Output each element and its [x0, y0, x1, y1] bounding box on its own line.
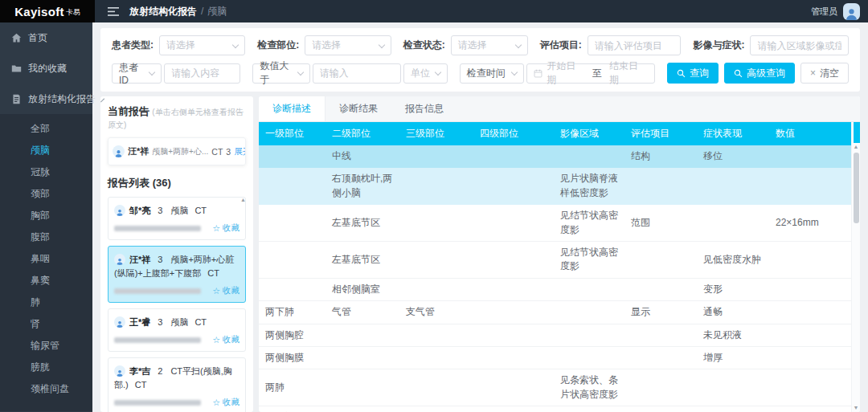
table-cell[interactable] [624, 241, 697, 278]
table-cell[interactable]: 增厚 [697, 346, 769, 369]
patient-id-select[interactable]: 患者ID [112, 63, 162, 84]
table-cell[interactable] [554, 346, 624, 369]
table-cell[interactable] [769, 324, 851, 346]
table-cell[interactable] [769, 241, 851, 278]
search-button[interactable]: 查询 [667, 63, 719, 84]
sidebar-subitem[interactable]: 腹部 [0, 226, 92, 248]
table-cell[interactable] [473, 241, 554, 278]
favorite-button[interactable]: ☆ 收藏 [212, 222, 240, 234]
sidebar-subitem[interactable]: 鼻窦 [0, 270, 92, 292]
table-cell[interactable]: 未见积液 [697, 324, 769, 346]
expand-link[interactable]: 展开 [234, 146, 246, 157]
table-cell[interactable] [697, 168, 769, 205]
table-cell[interactable] [399, 145, 473, 168]
table-cell[interactable] [326, 369, 399, 406]
sidebar-subitem[interactable]: 全部 [0, 118, 92, 140]
table-cell[interactable]: 两侧胸腔 [259, 324, 326, 346]
table-cell[interactable] [624, 369, 697, 406]
sidebar-subitem[interactable]: 颈部 [0, 183, 92, 205]
table-cell[interactable] [769, 278, 851, 300]
table-cell[interactable] [259, 145, 326, 168]
table-cell[interactable] [554, 145, 624, 168]
date-range-picker[interactable]: 开始日期 至 结束日期 [526, 63, 655, 84]
table-cell[interactable]: 中线 [326, 145, 399, 168]
table-cell[interactable]: 通畅 [697, 301, 769, 324]
table-cell[interactable] [399, 278, 473, 300]
table-cell[interactable]: 结构 [624, 145, 697, 168]
report-list-item[interactable]: 汪*祥3颅脑+两肺+心脏(纵隔)+上腹部+下腹部CT ☆ 收藏 [108, 246, 246, 303]
table-cell[interactable] [259, 278, 326, 300]
table-cell[interactable] [554, 301, 624, 324]
sidebar-subitem[interactable]: 冠脉 [0, 161, 92, 183]
eval-item-input[interactable] [595, 40, 674, 51]
table-cell[interactable]: 左基底节区 [326, 205, 399, 242]
table-cell[interactable] [399, 369, 473, 406]
report-list-item[interactable]: 王*睿3颅脑CT ☆ 收藏 [108, 308, 246, 352]
table-cell[interactable] [473, 369, 554, 406]
tab[interactable]: 诊断结果 [326, 96, 391, 121]
table-cell[interactable] [399, 241, 473, 278]
report-list-item[interactable]: 李*吉2CT平扫(颅脑,胸部.)CT ☆ 收藏 [108, 357, 246, 412]
scroll-up-icon[interactable]: ▲ [240, 197, 246, 202]
table-cell[interactable] [473, 205, 554, 242]
advanced-search-button[interactable]: 高级查询 [724, 63, 795, 84]
table-cell[interactable] [769, 369, 851, 406]
table-cell[interactable] [326, 324, 399, 346]
table-cell[interactable] [769, 168, 851, 205]
table-cell[interactable] [769, 346, 851, 369]
table-cell[interactable] [769, 406, 851, 412]
value-input[interactable] [320, 67, 394, 79]
table-cell[interactable]: 气管 [326, 301, 399, 324]
table-cell[interactable] [473, 301, 554, 324]
table-cell[interactable]: 见结节状高密度影 [554, 241, 624, 278]
table-cell[interactable] [624, 278, 697, 300]
table-cell[interactable] [473, 168, 554, 205]
table-cell[interactable] [399, 205, 473, 242]
table-cell[interactable]: 见片状脑脊液样低密度影 [554, 168, 624, 205]
unit-select[interactable]: 单位 [403, 63, 448, 84]
image-symptom-input[interactable] [757, 40, 841, 51]
menu-toggle-icon[interactable] [108, 7, 119, 16]
table-cell[interactable]: 相邻侧脑室 [326, 278, 399, 300]
table-cell[interactable] [259, 205, 326, 242]
table-cell[interactable] [473, 406, 554, 412]
table-cell[interactable]: 两肺门,纵隔 [259, 406, 326, 412]
table-cell[interactable]: 淋巴结显示 [697, 406, 769, 412]
scroll-down-icon[interactable]: ▼ [854, 404, 859, 412]
report-list-item[interactable]: 邹*亮3颅脑CT ☆ 收藏 [108, 197, 246, 240]
sidebar-subitem[interactable]: 颈椎间盘 [0, 378, 92, 400]
table-cell[interactable]: 22×16mm [769, 205, 851, 242]
table-cell[interactable]: 见结节状高密度影 [554, 205, 624, 242]
patient-id-input[interactable] [171, 67, 233, 79]
favorite-button[interactable]: ☆ 收藏 [212, 397, 240, 408]
sidebar-subitem[interactable]: 鼻咽 [0, 248, 92, 270]
clear-button[interactable]: × 清空 [800, 63, 849, 84]
table-cell[interactable]: 见低密度水肿 [697, 241, 769, 278]
scrollbar-thumb[interactable] [854, 153, 859, 223]
table-cell[interactable] [554, 278, 624, 300]
table-cell[interactable] [399, 168, 473, 205]
table-cell[interactable] [399, 346, 473, 369]
patient-type-select[interactable]: 请选择 [159, 35, 245, 55]
table-cell[interactable]: 变形 [697, 278, 769, 300]
table-cell[interactable] [554, 324, 624, 346]
table-cell[interactable] [697, 205, 769, 242]
table-cell[interactable] [769, 145, 851, 168]
table-cell[interactable]: 显示 [624, 301, 697, 324]
table-cell[interactable]: 两侧胸膜 [259, 346, 326, 369]
sidebar-subitem[interactable]: 膀胱 [0, 357, 92, 378]
table-cell[interactable] [259, 241, 326, 278]
sidebar-subitem[interactable]: 输尿管 [0, 335, 92, 357]
sidebar-subitem[interactable]: 胸部 [0, 205, 92, 226]
exam-part-select[interactable]: 请选择 [305, 35, 391, 55]
table-scrollbar[interactable]: ▲ ▼ [851, 122, 860, 412]
table-cell[interactable] [554, 406, 624, 412]
table-cell[interactable]: 支气管 [399, 301, 473, 324]
breadcrumb-root[interactable]: 放射结构化报告 [129, 5, 197, 18]
scroll-up-icon[interactable]: ▲ [854, 143, 859, 151]
table-cell[interactable]: 左基底节区 [326, 241, 399, 278]
sidebar-item-home[interactable]: 首页 [0, 22, 92, 53]
table-cell[interactable] [624, 324, 697, 346]
table-cell[interactable] [473, 278, 554, 300]
tab[interactable]: 诊断描述 [259, 96, 326, 121]
